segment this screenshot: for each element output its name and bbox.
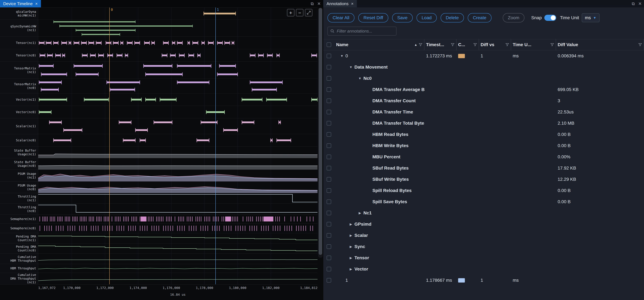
track-plot[interactable] — [38, 273, 318, 284]
close-panel-icon[interactable]: ✕ — [317, 1, 321, 6]
timeline-scrollbar-thumb[interactable] — [319, 8, 322, 255]
timeline-track-row[interactable]: qSyncDynamicHW(nc1) — [0, 20, 318, 37]
row-checkbox[interactable] — [327, 65, 331, 69]
timeline-track-row[interactable]: Tensor(nc1) — [0, 37, 318, 49]
row-checkbox[interactable] — [327, 278, 331, 283]
timeline-scrollbar[interactable] — [318, 8, 323, 258]
row-checkbox[interactable] — [327, 144, 331, 148]
annotation-row[interactable]: SBuf Read Bytes17.92 KB — [323, 162, 644, 174]
row-checkbox[interactable] — [327, 256, 331, 260]
annotation-row[interactable]: 11.178667 ms1ms — [323, 275, 644, 286]
timeline-track-row[interactable]: CumulativeDMA Throughput(nc1) — [0, 273, 318, 285]
track-plot[interactable] — [38, 20, 318, 36]
annotation-row[interactable]: ▶Nc1 — [323, 207, 644, 219]
tab-annotations[interactable]: Annotations × — [323, 0, 357, 7]
row-checkbox[interactable] — [327, 267, 331, 271]
expand-toggle[interactable]: ▼ — [356, 77, 364, 80]
annotation-row[interactable]: HBM Read Bytes0.00 B — [323, 129, 644, 140]
time-unit-dropdown[interactable]: ms ▼ — [582, 13, 600, 22]
timeline-track-row[interactable]: Vector(nc1) — [0, 93, 318, 106]
zoom-in-button[interactable]: + — [287, 9, 294, 16]
filter-funnel-icon[interactable] — [419, 43, 422, 47]
annotation-row[interactable]: Spill Reload Bytes0.00 B — [323, 185, 644, 196]
timeline-track-row[interactable]: State BufferUsage(nc1) — [0, 147, 318, 158]
track-plot[interactable] — [38, 215, 318, 223]
annotation-row[interactable]: DMA Transfer Count3 — [323, 95, 644, 106]
track-plot[interactable] — [38, 106, 318, 118]
column-header-name[interactable]: Name▲ — [334, 39, 424, 50]
column-header-timest-[interactable]: Timest... — [424, 39, 456, 50]
timeline-track-row[interactable]: Tensor(nc0) — [0, 49, 318, 62]
color-swatch[interactable] — [458, 278, 465, 283]
timeline-track-row[interactable]: CumulativeHBM Throughput — [0, 254, 318, 264]
annotation-row[interactable]: ▶GPsimd — [323, 219, 644, 230]
row-checkbox[interactable] — [327, 99, 331, 103]
create-button[interactable]: Create — [468, 13, 492, 22]
timeline-tracks[interactable]: qScalarDynamicHW(nc1)qSyncDynamicHW(nc1)… — [0, 7, 318, 285]
row-checkbox[interactable] — [327, 222, 331, 226]
expand-toggle[interactable]: ▶ — [347, 234, 354, 237]
timeline-track-row[interactable]: Vector(nc0) — [0, 106, 318, 119]
annotation-row[interactable]: ▼01.172273 ms1ms0.006394 ms — [323, 50, 644, 62]
filter-funnel-icon[interactable] — [451, 43, 454, 47]
timeline-track-row[interactable]: Scalar(nc1) — [0, 119, 318, 134]
zoom-button[interactable]: Zoom — [503, 13, 524, 22]
track-plot[interactable] — [38, 7, 318, 19]
track-plot[interactable] — [38, 233, 318, 243]
zoom-fit-button[interactable]: ⤢ — [305, 9, 312, 16]
track-plot[interactable] — [38, 37, 318, 49]
track-plot[interactable] — [38, 170, 318, 181]
timeline-track-row[interactable]: HBM Throughput — [0, 264, 318, 273]
annotation-row[interactable]: Spill Save Bytes0.00 B — [323, 196, 644, 207]
zoom-out-button[interactable]: − — [296, 9, 304, 16]
column-header-c-[interactable]: C... — [456, 39, 479, 50]
expand-toggle[interactable]: ▶ — [347, 222, 354, 226]
filter-funnel-icon[interactable] — [473, 43, 477, 47]
filter-funnel-icon[interactable] — [505, 43, 509, 47]
row-checkbox[interactable] — [327, 166, 331, 170]
track-plot[interactable] — [38, 158, 318, 169]
load-button[interactable]: Load — [416, 13, 437, 22]
track-plot[interactable] — [38, 193, 318, 203]
row-checkbox[interactable] — [327, 54, 331, 58]
timeline-track-row[interactable]: Semaphore(nc1) — [0, 215, 318, 224]
track-plot[interactable] — [38, 134, 318, 147]
column-header-time-u-[interactable]: Time U... — [511, 39, 556, 50]
track-plot[interactable] — [38, 204, 318, 214]
tab-device-timeline[interactable]: Device Timeline × — [0, 0, 41, 7]
snap-toggle[interactable] — [544, 15, 556, 21]
filter-funnel-icon[interactable] — [638, 43, 642, 47]
restore-panel-icon[interactable]: ⧉ — [311, 1, 314, 6]
filter-funnel-icon[interactable] — [550, 43, 554, 47]
annotation-row[interactable]: DMA Transfer Total Bytes2.10 MB — [323, 118, 644, 129]
timeline-track-row[interactable]: PSUM Usage(nc0) — [0, 181, 318, 193]
annotation-row[interactable]: ▼Data Movement — [323, 62, 644, 73]
row-checkbox[interactable] — [327, 244, 331, 249]
track-plot[interactable] — [38, 254, 318, 264]
timeline-track-row[interactable]: qScalarDynamicHW(nc1) — [0, 7, 318, 20]
annotation-row[interactable]: ▶Scalar — [323, 230, 644, 241]
row-checkbox[interactable] — [327, 211, 331, 215]
clear-all-button[interactable]: Clear All — [328, 13, 354, 22]
save-button[interactable]: Save — [392, 13, 413, 22]
column-header-diff-vs[interactable]: Diff vs — [479, 39, 511, 50]
timeline-track-row[interactable]: TensorMatrix(nc0) — [0, 79, 318, 93]
filter-annotations-input[interactable] — [336, 28, 394, 34]
row-checkbox[interactable] — [327, 155, 331, 159]
reset-diff-button[interactable]: Reset Diff — [358, 13, 388, 22]
sort-ascending-icon[interactable]: ▲ — [414, 43, 417, 47]
column-header-diff-value[interactable]: Diff Value — [556, 39, 644, 50]
annotation-row[interactable]: ▶Tensor — [323, 252, 644, 264]
timeline-track-row[interactable]: Pending DMACount(nc0) — [0, 243, 318, 254]
track-plot[interactable] — [38, 93, 318, 106]
expand-toggle[interactable]: ▼ — [338, 54, 346, 58]
row-checkbox[interactable] — [327, 233, 331, 238]
annotation-row[interactable]: ▶Vector — [323, 264, 644, 275]
select-all-checkbox[interactable] — [327, 42, 331, 47]
annotation-row[interactable]: DMA Transfer Time22.53us — [323, 106, 644, 118]
track-plot[interactable] — [38, 49, 318, 62]
tab-close-icon[interactable]: × — [351, 1, 354, 6]
annotation-row[interactable]: ▶Sync — [323, 241, 644, 252]
expand-toggle[interactable]: ▶ — [347, 245, 354, 249]
track-plot[interactable] — [38, 224, 318, 233]
